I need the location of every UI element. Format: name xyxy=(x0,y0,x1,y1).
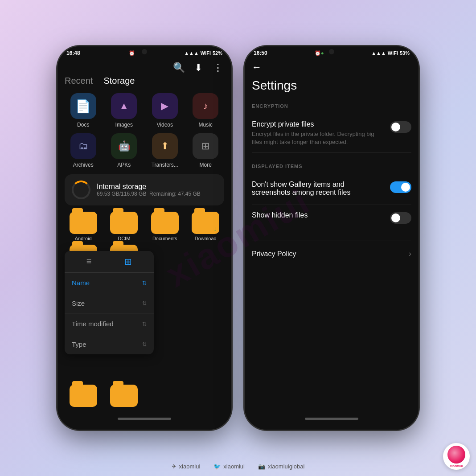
folder-movies[interactable]: Movies xyxy=(65,385,102,407)
instagram-icon: 📷 xyxy=(258,463,265,470)
wifi-1: WiFi xyxy=(201,50,211,56)
sort-dropdown[interactable]: ≡ ⊞ Name ⇅ Size ⇅ Time modified xyxy=(65,251,154,354)
sort-size[interactable]: Size ⇅ xyxy=(65,293,154,314)
folder-row-3: Movies Music xyxy=(65,385,224,407)
folder-icon-music xyxy=(110,385,138,407)
folder-dcim[interactable]: DCIM xyxy=(106,212,143,241)
signal-2: ▲▲▲ xyxy=(371,50,386,56)
file-type-more[interactable]: ⊞ More xyxy=(187,133,225,168)
telegram-label: xiaomiui xyxy=(179,463,201,470)
nav-bar-1 xyxy=(57,407,231,430)
camera-notch-1 xyxy=(142,49,147,54)
toolbar-1: 🔍 ⬇ ⋮ xyxy=(65,58,224,76)
alarm-icon-1: ⏰ xyxy=(129,50,135,56)
folder-placeholder-2 xyxy=(187,245,225,274)
phone-1-screen: 16:48 ⏰ ▲▲▲ WiFi 52% 🔍 ⬇ ⋮ xyxy=(57,46,231,430)
encrypt-toggle[interactable] xyxy=(390,121,411,133)
folder-music[interactable]: Music xyxy=(106,385,143,407)
sort-size-arrow: ⇅ xyxy=(142,300,147,307)
sort-type[interactable]: Type ⇅ xyxy=(65,334,154,354)
file-type-grid-2: 🗂 Archives 🤖 APKs ⬆ Trans xyxy=(65,133,224,168)
nav-pill-2 xyxy=(305,418,358,420)
privacy-label: Privacy Policy xyxy=(252,250,296,258)
folder-download[interactable]: Download xyxy=(187,212,225,241)
folder-android[interactable]: Android xyxy=(65,212,102,241)
tab-bar: Recent Storage xyxy=(65,76,224,86)
more-icon[interactable]: ⋮ xyxy=(212,62,224,74)
sort-arrow-icon: ⇅ xyxy=(142,280,147,286)
status-right-1: ▲▲▲ WiFi 52% xyxy=(184,50,222,56)
nav-bar-2 xyxy=(245,407,419,430)
phone2-content: ← Settings ENCRYPTION Encrypt private fi… xyxy=(245,58,419,407)
footer-instagram[interactable]: 📷 xiaomiuiglobal xyxy=(258,463,304,470)
logo-badge: xiaomiui xyxy=(443,443,470,470)
storage-title: Internal storage xyxy=(97,183,217,191)
section-displayed: DISPLAYED ITEMS xyxy=(252,164,411,169)
battery-1: 52% xyxy=(213,50,222,56)
wifi-2: WiFi xyxy=(388,50,398,56)
logo-badge-text: xiaomiui xyxy=(450,464,463,468)
tab-storage[interactable]: Storage xyxy=(103,76,135,86)
encrypt-title: Encrypt private files xyxy=(252,120,385,128)
folder-icon-download xyxy=(192,212,219,234)
sort-name[interactable]: Name ⇅ xyxy=(65,273,154,293)
encrypt-desc: Encrypt files in the private folder. Dec… xyxy=(252,130,385,146)
gallery-toggle[interactable] xyxy=(390,181,411,193)
grid-view-icon[interactable]: ⊞ xyxy=(124,256,132,267)
signal-1: ▲▲▲ xyxy=(184,50,199,56)
phone-1: 16:48 ⏰ ▲▲▲ WiFi 52% 🔍 ⬇ ⋮ xyxy=(57,46,231,430)
storage-remaining: Remaining: 47.45 GB xyxy=(149,191,201,197)
settings-text-encrypt: Encrypt private files Encrypt files in t… xyxy=(252,120,385,146)
storage-card[interactable]: Internal storage 69.53 GB/116.98 GB Rema… xyxy=(65,174,224,205)
spacer-1 xyxy=(252,153,411,164)
settings-text-hidden: Show hidden files xyxy=(252,211,385,221)
file-type-transfers[interactable]: ⬆ Transfers... xyxy=(146,133,184,168)
settings-row-gallery: Don't show Gallery items and screenshots… xyxy=(252,181,411,198)
file-type-images[interactable]: ▲ Images xyxy=(106,93,143,128)
hidden-toggle[interactable] xyxy=(390,212,411,224)
sort-time[interactable]: Time modified ⇅ xyxy=(65,314,154,334)
folder-icon-movies xyxy=(70,385,97,407)
tab-recent[interactable]: Recent xyxy=(65,76,93,86)
time-1: 16:48 xyxy=(66,50,80,56)
settings-row-encrypt: Encrypt private files Encrypt files in t… xyxy=(252,120,411,146)
storage-info: Internal storage 69.53 GB/116.98 GB Rema… xyxy=(97,183,217,197)
camera-notch-2 xyxy=(329,49,334,54)
phone-2: 16:50 ⏰● ▲▲▲ WiFi 53% ← Settings ENCRYPT… xyxy=(245,46,419,430)
sort-type-arrow: ⇅ xyxy=(142,341,147,348)
status-bar-1: 16:48 ⏰ ▲▲▲ WiFi 52% xyxy=(57,46,231,58)
file-type-apks[interactable]: 🤖 APKs xyxy=(106,133,143,168)
folder-documents[interactable]: Documents xyxy=(146,212,184,241)
footer-twitter[interactable]: 🐦 xiaomiui xyxy=(213,463,245,470)
storage-used: 69.53 GB/116.98 GB xyxy=(97,191,146,197)
folder-row-1: Android DCIM Documents Download xyxy=(65,212,224,241)
sort-header: ≡ ⊞ xyxy=(65,251,154,273)
file-type-videos[interactable]: ▶ Videos xyxy=(146,93,184,128)
instagram-label: xiaomiuiglobal xyxy=(268,463,304,470)
footer-telegram[interactable]: ✈ xiaomiui xyxy=(172,463,201,470)
phone-2-screen: 16:50 ⏰● ▲▲▲ WiFi 53% ← Settings ENCRYPT… xyxy=(245,46,419,430)
gallery-title: Don't show Gallery items and screenshots… xyxy=(252,181,385,197)
nav-pill-1 xyxy=(118,418,171,420)
hidden-title: Show hidden files xyxy=(252,211,385,219)
settings-item-gallery: Don't show Gallery items and screenshots… xyxy=(252,174,411,205)
folder-row-2-container: duilite Fonts ≡ ⊞ xyxy=(65,245,224,381)
file-type-music[interactable]: ♪ Music xyxy=(187,93,225,128)
settings-item-hidden: Show hidden files xyxy=(252,205,411,230)
sort-time-arrow: ⇅ xyxy=(142,321,147,327)
logo-badge-image xyxy=(447,446,465,464)
telegram-icon: ✈ xyxy=(172,463,176,470)
file-type-docs[interactable]: 📄 Docs xyxy=(65,93,102,128)
file-type-archives[interactable]: 🗂 Archives xyxy=(65,133,102,168)
back-button[interactable]: ← xyxy=(252,58,411,75)
privacy-policy-row[interactable]: Privacy Policy › xyxy=(252,241,411,267)
download-icon[interactable]: ⬇ xyxy=(192,62,205,74)
status-bar-2: 16:50 ⏰● ▲▲▲ WiFi 53% xyxy=(245,46,419,58)
settings-item-encrypt: Encrypt private files Encrypt files in t… xyxy=(252,114,411,153)
search-icon[interactable]: 🔍 xyxy=(172,62,185,74)
chevron-right-icon: › xyxy=(409,249,411,259)
list-view-icon[interactable]: ≡ xyxy=(86,256,92,267)
battery-2: 53% xyxy=(400,50,410,56)
spacer-2 xyxy=(252,230,411,241)
folder-icon-android xyxy=(70,212,97,234)
